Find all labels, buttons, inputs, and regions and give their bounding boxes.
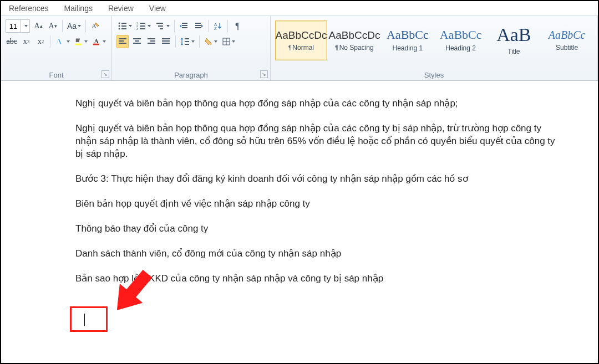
paragraph-dialog-launcher[interactable]: ↘ (260, 70, 268, 78)
paragraph: Bước 3: Thực hiện thay đổi đăng ký kinh … (75, 173, 564, 186)
superscript-button[interactable]: x2 (34, 35, 47, 48)
paragraph-group: 123 AZ ¶ (112, 16, 271, 80)
svg-rect-17 (156, 23, 163, 24)
menu-view[interactable]: View (149, 4, 166, 13)
svg-point-5 (119, 23, 120, 24)
paragraph: Thông báo thay đổi của công ty (75, 223, 564, 235)
svg-rect-19 (160, 28, 163, 29)
svg-text:A: A (94, 38, 99, 44)
paragraph: Biên bản họp quyết định về việc nhận sáp… (75, 198, 564, 211)
styles-group: AaBbCcDc ¶Normal AaBbCcDc ¶No Spacing Aa… (271, 16, 598, 80)
svg-point-9 (119, 28, 120, 30)
paragraph-group-label: Paragraph (112, 71, 270, 79)
svg-rect-41 (185, 41, 189, 42)
svg-rect-28 (119, 38, 126, 39)
paragraph: Nghị quyết và biên bản họp thông qua hợp… (75, 98, 564, 110)
document-area[interactable]: Nghị quyết và biên bản họp thông qua hợp… (1, 81, 598, 363)
svg-rect-42 (185, 44, 189, 45)
menu-mailings[interactable]: Mailings (64, 4, 93, 13)
show-marks-button[interactable]: ¶ (231, 19, 243, 33)
highlight-button[interactable] (73, 35, 89, 48)
svg-rect-31 (133, 38, 141, 39)
grow-font-button[interactable]: A▴ (32, 19, 44, 33)
align-left-button[interactable] (116, 35, 129, 48)
borders-button[interactable] (221, 35, 236, 48)
svg-rect-18 (158, 25, 163, 27)
align-justify-button[interactable] (160, 35, 172, 48)
shrink-font-button[interactable]: A▾ (47, 19, 59, 33)
styles-group-label: Styles (271, 71, 597, 79)
menu-references[interactable]: References (9, 4, 49, 13)
change-case-button[interactable]: Aa (66, 19, 82, 33)
svg-rect-10 (121, 28, 126, 29)
svg-rect-2 (75, 44, 82, 45)
styles-gallery[interactable]: AaBbCcDc ¶Normal AaBbCcDc ¶No Spacing Aa… (275, 20, 593, 60)
svg-text:3: 3 (136, 27, 138, 30)
menu-review[interactable]: Review (108, 4, 134, 13)
svg-rect-20 (182, 23, 187, 24)
style-heading-2[interactable]: AaBbCc Heading 2 (435, 20, 487, 60)
svg-rect-40 (185, 38, 189, 39)
style-subtitle[interactable]: AaBbCc Subtitle (541, 20, 593, 60)
svg-rect-8 (121, 25, 126, 27)
svg-rect-33 (133, 43, 141, 44)
decrease-indent-button[interactable] (178, 19, 190, 33)
svg-rect-14 (140, 25, 145, 27)
svg-rect-34 (148, 38, 155, 39)
svg-rect-16 (140, 28, 145, 29)
svg-rect-30 (119, 43, 126, 44)
style-title[interactable]: AaB Title (488, 20, 540, 60)
svg-rect-35 (150, 40, 155, 42)
svg-rect-25 (195, 27, 201, 28)
svg-rect-36 (148, 43, 155, 44)
svg-rect-21 (182, 25, 187, 26)
font-group-label: Font (1, 71, 111, 79)
paragraph: Danh sách thành viên, cổ đông mới của cô… (75, 248, 564, 260)
clear-formatting-button[interactable]: A (89, 19, 101, 33)
svg-rect-24 (195, 25, 201, 26)
text-cursor (84, 314, 85, 326)
svg-point-7 (119, 25, 120, 27)
svg-rect-39 (162, 43, 170, 44)
font-group: A▴ A▾ Aa A abc x2 x2 A A Font ↘ (1, 16, 112, 80)
svg-rect-23 (195, 23, 201, 24)
svg-rect-4 (93, 44, 99, 45)
page: Nghị quyết và biên bản họp thông qua hợp… (1, 81, 598, 297)
strikethrough-button[interactable]: abc (6, 35, 18, 48)
style-heading-1[interactable]: AaBbCc Heading 1 (382, 20, 434, 60)
svg-rect-6 (121, 23, 126, 24)
align-center-button[interactable] (131, 35, 143, 48)
menu-bar: References Mailings Review View (1, 1, 598, 16)
bullets-button[interactable] (116, 19, 133, 33)
style-normal[interactable]: AaBbCcDc ¶Normal (275, 20, 327, 60)
multilevel-list-button[interactable] (154, 19, 171, 33)
svg-point-43 (210, 43, 212, 45)
svg-text:Z: Z (214, 26, 217, 30)
font-dialog-launcher[interactable]: ↘ (101, 70, 109, 78)
increase-indent-button[interactable] (192, 19, 205, 33)
style-no-spacing[interactable]: AaBbCcDc ¶No Spacing (328, 20, 380, 60)
ribbon: A▴ A▾ Aa A abc x2 x2 A A Font ↘ (1, 16, 598, 81)
svg-rect-12 (140, 23, 145, 24)
svg-rect-37 (162, 38, 170, 39)
paragraph: Nghị quyết và biên bản họp thông qua hợp… (75, 122, 564, 161)
svg-rect-38 (162, 40, 170, 42)
annotation-arrow-icon (100, 265, 161, 320)
subscript-button[interactable]: x2 (20, 35, 32, 48)
shading-button[interactable] (203, 35, 219, 48)
line-spacing-button[interactable] (179, 35, 196, 48)
svg-rect-29 (119, 40, 124, 42)
svg-rect-22 (182, 27, 187, 28)
numbering-button[interactable]: 123 (135, 19, 152, 33)
font-size-combo[interactable] (6, 19, 30, 33)
sort-button[interactable]: AZ (212, 19, 224, 33)
font-color-button[interactable]: A (91, 35, 107, 48)
font-size-input[interactable] (6, 22, 21, 30)
svg-rect-32 (135, 40, 139, 42)
text-effects-button[interactable]: A (54, 35, 70, 48)
align-right-button[interactable] (145, 35, 158, 48)
svg-text:A: A (56, 37, 62, 46)
